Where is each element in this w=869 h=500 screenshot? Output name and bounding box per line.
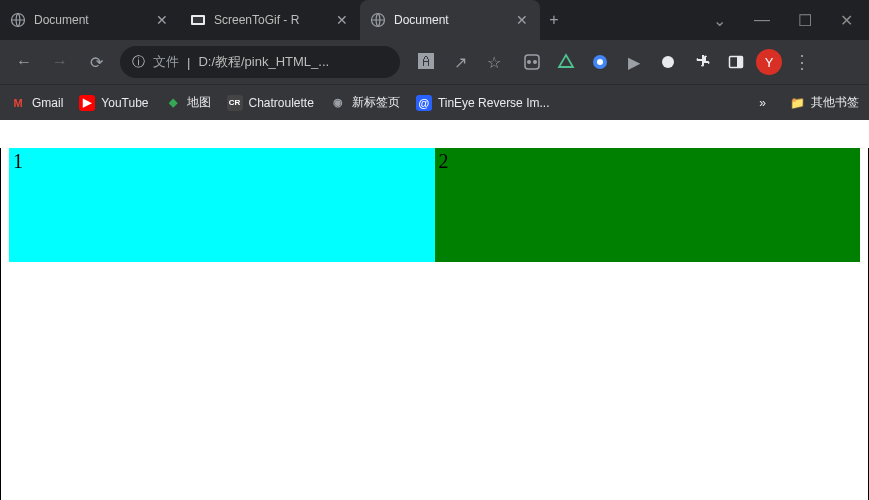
tab-title: ScreenToGif - R [214, 13, 326, 27]
share-icon[interactable]: ↗ [448, 50, 472, 74]
folder-icon: 📁 [790, 96, 805, 110]
menu-icon[interactable]: ⋮ [790, 50, 814, 74]
svg-rect-11 [737, 57, 743, 68]
bookmark-overflow-icon[interactable]: » [759, 96, 766, 110]
extension-icon-3[interactable] [588, 50, 612, 74]
chatroulette-icon: CR [227, 95, 243, 111]
back-button[interactable]: ← [8, 46, 40, 78]
tab-document-1[interactable]: Document ✕ [0, 0, 180, 40]
box-1: 1 [9, 148, 435, 262]
address-bar[interactable]: ⓘ 文件 | D:/教程/pink_HTML_... [120, 46, 400, 78]
profile-avatar[interactable]: Y [756, 49, 782, 75]
bookmark-tineye[interactable]: @TinEye Reverse Im... [416, 95, 550, 111]
svg-point-8 [597, 59, 603, 65]
browser-toolbar: ← → ⟳ ⓘ 文件 | D:/教程/pink_HTML_... 🅰 ↗ ☆ ▶… [0, 40, 869, 84]
bookmarks-bar: MGmail ▶YouTube ◆地图 CRChatroulette ◉新标签页… [0, 84, 869, 120]
youtube-icon: ▶ [79, 95, 95, 111]
extension-icon-4[interactable]: ▶ [622, 50, 646, 74]
url-separator: | [187, 55, 190, 70]
svg-point-9 [662, 56, 674, 68]
page-viewport: 1 2 [0, 148, 869, 500]
bookmark-newtab[interactable]: ◉新标签页 [330, 94, 400, 111]
omnibox-actions: 🅰 ↗ ☆ [408, 50, 512, 74]
svg-point-6 [533, 60, 537, 64]
extension-icon-2[interactable] [554, 50, 578, 74]
tab-title: Document [394, 13, 506, 27]
tab-title: Document [34, 13, 146, 27]
close-icon[interactable]: ✕ [334, 12, 350, 28]
svg-rect-2 [193, 17, 203, 23]
forward-button[interactable]: → [44, 46, 76, 78]
tab-dropdown-icon[interactable]: ⌄ [713, 11, 726, 30]
tineye-icon: @ [416, 95, 432, 111]
url-scheme: 文件 [153, 53, 179, 71]
new-tab-button[interactable]: + [540, 0, 568, 40]
extension-icon-1[interactable] [520, 50, 544, 74]
url-text: D:/教程/pink_HTML_... [198, 53, 388, 71]
info-icon[interactable]: ⓘ [132, 53, 145, 71]
side-panel-icon[interactable] [724, 50, 748, 74]
reload-button[interactable]: ⟳ [80, 46, 112, 78]
close-icon[interactable]: ✕ [154, 12, 170, 28]
svg-point-5 [527, 60, 531, 64]
tab-document-2[interactable]: Document ✕ [360, 0, 540, 40]
box-2: 2 [435, 148, 861, 262]
flex-container: 1 2 [9, 148, 860, 262]
extension-icon-5[interactable] [656, 50, 680, 74]
app-icon [190, 12, 206, 28]
tab-screentogif[interactable]: ScreenToGif - R ✕ [180, 0, 360, 40]
window-controls: ⌄ — ☐ ✕ [713, 0, 869, 40]
bookmark-star-icon[interactable]: ☆ [482, 50, 506, 74]
bookmark-gmail[interactable]: MGmail [10, 95, 63, 111]
translate-icon[interactable]: 🅰 [414, 50, 438, 74]
gmail-icon: M [10, 95, 26, 111]
browser-titlebar: Document ✕ ScreenToGif - R ✕ Document ✕ … [0, 0, 869, 40]
bookmark-youtube[interactable]: ▶YouTube [79, 95, 148, 111]
maximize-icon[interactable]: ☐ [798, 11, 812, 30]
other-bookmarks[interactable]: 📁其他书签 [790, 94, 859, 111]
globe-icon [370, 12, 386, 28]
bookmark-chatroulette[interactable]: CRChatroulette [227, 95, 314, 111]
close-window-icon[interactable]: ✕ [840, 11, 853, 30]
extension-icons: ▶ [520, 50, 748, 74]
globe-icon: ◉ [330, 95, 346, 111]
minimize-icon[interactable]: — [754, 11, 770, 29]
maps-icon: ◆ [165, 95, 181, 111]
bookmark-maps[interactable]: ◆地图 [165, 94, 211, 111]
extensions-puzzle-icon[interactable] [690, 50, 714, 74]
globe-icon [10, 12, 26, 28]
close-icon[interactable]: ✕ [514, 12, 530, 28]
